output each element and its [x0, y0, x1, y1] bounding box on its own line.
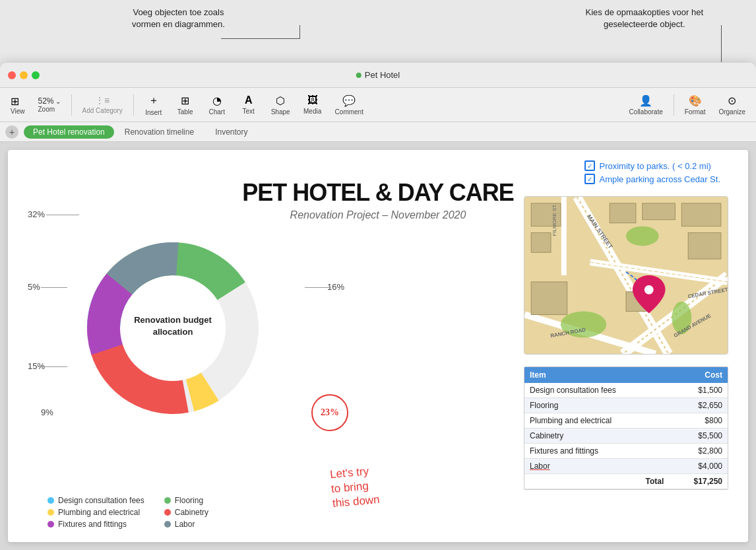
svg-rect-25: [643, 203, 676, 220]
add-tab-button[interactable]: +: [5, 125, 18, 139]
legend-column-1: Design consultation fees Plumbing and el…: [47, 496, 144, 529]
svg-point-31: [645, 285, 654, 294]
svg-rect-24: [610, 203, 636, 223]
toolbar-item-collaborate[interactable]: 👤 Collaborate: [624, 92, 668, 118]
toolbar-item-chart[interactable]: ◔ Chart: [203, 92, 232, 118]
tabs-bar: + Pet Hotel renovation Renovation timeli…: [0, 122, 756, 142]
donut-chart-svg: Renovation budget allocation: [61, 216, 285, 440]
table-total-row: Total $17,250: [524, 474, 728, 489]
toolbar-item-media[interactable]: 🖼 Media: [298, 92, 327, 118]
table-row: Design consultation fees $1,500: [524, 383, 728, 398]
title-dot-icon: [356, 73, 362, 78]
table-row: Plumbing and electrical $800: [524, 413, 728, 429]
svg-rect-27: [688, 233, 721, 259]
row-cost-flooring: $2,650: [669, 398, 728, 413]
close-button[interactable]: [8, 71, 16, 79]
table-row: Cabinetry $5,500: [524, 429, 728, 444]
toolbar-item-organize[interactable]: ⊙ Organize: [713, 92, 751, 118]
tooltip-line-1: [221, 38, 300, 39]
format-icon: 🎨: [689, 94, 702, 107]
row-item-fixtures: Fixtures and fittings: [524, 444, 669, 459]
tab-inventory[interactable]: Inventory: [205, 125, 258, 139]
legend-column-2: Flooring Cabinetry Labor: [164, 496, 208, 529]
label-line-32: [46, 215, 79, 215]
fullscreen-button[interactable]: [32, 71, 40, 79]
legend-color-design: [47, 497, 54, 504]
toolbar-item-view[interactable]: ⊞ View: [5, 92, 30, 118]
traffic-lights: [8, 71, 40, 79]
map-notes: ✓ Proximity to parks. ( < 0.2 mi) ✓ Ampl…: [584, 160, 720, 187]
legend-color-plumbing: [47, 509, 54, 516]
map-svg: MAIN STREET CEDAR STREET GRAND AVENUE RA…: [524, 197, 728, 354]
shape-icon: ⬡: [276, 94, 285, 107]
legend-item-cabinetry: Cabinetry: [164, 508, 208, 517]
chart-label-32: 32%: [28, 209, 45, 219]
col-header-item: Item: [524, 367, 669, 383]
tooltip-left: Voeg objecten toe zoalsvormen en diagram…: [132, 7, 225, 30]
map-area: MAIN STREET CEDAR STREET GRAND AVENUE RA…: [524, 196, 728, 355]
toolbar-separator-2: [133, 94, 134, 116]
row-item-design: Design consultation fees: [524, 383, 669, 398]
checkbox-2: ✓: [584, 174, 595, 184]
legend-item-design: Design consultation fees: [47, 496, 144, 505]
table-row: Fixtures and fittings $2,800: [524, 444, 728, 459]
tooltip-area: Voeg objecten toe zoalsvormen en diagram…: [0, 0, 756, 63]
chart-icon: ◔: [212, 94, 222, 107]
legend-item-labor: Labor: [164, 520, 208, 529]
app-window: Pet Hotel ⊞ View 52% ⌄ Zoom ⋮≡ Add Categ…: [0, 63, 756, 550]
toolbar: ⊞ View 52% ⌄ Zoom ⋮≡ Add Category ＋ Inse…: [0, 88, 756, 122]
svg-point-19: [626, 226, 659, 246]
window-title: Pet Hotel: [356, 70, 400, 80]
chart-label-5: 5%: [28, 282, 40, 292]
minimize-button[interactable]: [20, 71, 28, 79]
titlebar: Pet Hotel: [0, 63, 756, 88]
label-line-15: [41, 366, 67, 367]
svg-text:allocation: allocation: [153, 327, 193, 337]
svg-text:Renovation budget: Renovation budget: [134, 315, 212, 325]
toolbar-item-comment[interactable]: 💬 Comment: [330, 92, 369, 118]
toolbar-item-table[interactable]: ⊞ Table: [171, 92, 200, 118]
table-icon: ⊞: [181, 94, 189, 107]
row-item-flooring: Flooring: [524, 398, 669, 413]
tab-pet-hotel-renovation[interactable]: Pet Hotel renovation: [24, 125, 114, 139]
row-item-cabinetry: Cabinetry: [524, 429, 669, 444]
comment-icon: 💬: [342, 94, 356, 107]
legend-color-labor: [164, 521, 171, 528]
toolbar-item-text[interactable]: A Text: [234, 92, 263, 118]
row-cost-labor: $4,000: [669, 459, 728, 474]
insert-icon: ＋: [148, 94, 159, 108]
chart-legend: Design consultation fees Plumbing and el…: [47, 496, 208, 529]
zoom-caret-icon: ⌄: [55, 98, 61, 105]
legend-color-cabinetry: [164, 509, 171, 516]
media-icon: 🖼: [307, 94, 318, 106]
svg-rect-28: [531, 282, 567, 315]
tooltip-right: Kies de opmaakopties voor hetgeselecteer…: [586, 7, 704, 30]
tooltip-line-2: [299, 25, 300, 38]
annotation-handwrite: Let's tryto bringthis down: [329, 464, 380, 511]
label-line-16: [305, 287, 331, 288]
tooltip-line-3: [721, 25, 722, 62]
table-header-row: Item Cost: [524, 367, 728, 383]
toolbar-item-insert[interactable]: ＋ Insert: [139, 91, 168, 119]
toolbar-item-zoom[interactable]: 52% ⌄ Zoom: [33, 94, 66, 116]
row-cost-fixtures: $2,800: [669, 444, 728, 459]
toolbar-item-format[interactable]: 🎨 Format: [679, 92, 711, 118]
row-item-labor: Labor: [524, 459, 669, 474]
toolbar-item-add-category[interactable]: ⋮≡ Add Category: [77, 92, 128, 117]
legend-item-fixtures: Fixtures and fittings: [47, 520, 144, 529]
label-line-5: [41, 287, 67, 288]
legend-color-flooring: [164, 497, 171, 504]
tab-renovation-timeline[interactable]: Renovation timeline: [114, 125, 205, 139]
add-category-icon: ⋮≡: [95, 95, 110, 106]
toolbar-item-shape[interactable]: ⬡ Shape: [266, 92, 296, 118]
cost-table: Item Cost Design consultation fees $1,50…: [524, 367, 728, 489]
svg-rect-23: [531, 233, 551, 253]
organize-icon: ⊙: [728, 94, 736, 107]
canvas: PET HOTEL & DAY CARE Renovation Project …: [8, 150, 748, 542]
legend-item-flooring: Flooring: [164, 496, 208, 505]
data-table: Item Cost Design consultation fees $1,50…: [524, 366, 728, 490]
collaborate-icon: 👤: [639, 94, 652, 107]
table-row: Flooring $2,650: [524, 398, 728, 413]
text-icon: A: [245, 94, 253, 106]
view-icon: ⊞: [11, 95, 19, 108]
